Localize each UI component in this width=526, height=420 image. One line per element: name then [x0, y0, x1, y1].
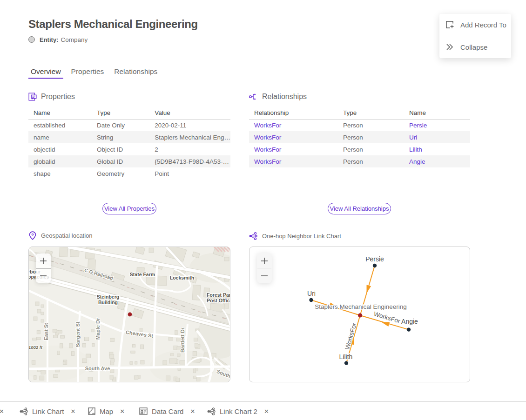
svg-text:Persie: Persie — [365, 255, 384, 263]
svg-text:Lilith: Lilith — [339, 353, 353, 360]
svg-text:Maple Dr: Maple Dr — [95, 318, 101, 340]
svg-text:Uri: Uri — [307, 290, 316, 297]
svg-text:South Ave: South Ave — [85, 366, 110, 371]
svg-text:Post Offic: Post Offic — [207, 298, 230, 303]
svg-text:WorksFor: WorksFor — [344, 322, 358, 350]
svg-text:1002 ft: 1002 ft — [29, 345, 43, 350]
svg-text:Locksmith: Locksmith — [170, 275, 195, 280]
svg-text:Forest Par: Forest Par — [207, 292, 230, 298]
svg-text:Steinberg: Steinberg — [97, 294, 119, 300]
svg-text:Bartlett Dr: Bartlett Dr — [180, 327, 185, 353]
svg-text:East St: East St — [43, 323, 49, 340]
svg-text:Angie: Angie — [401, 318, 418, 325]
svg-text:Staplers Mechanical Engineerin: Staplers Mechanical Engineering — [315, 303, 406, 310]
svg-text:Sargent St: Sargent St — [75, 321, 81, 347]
svg-text:Building: Building — [98, 300, 118, 305]
svg-text:State Farm: State Farm — [130, 272, 155, 277]
